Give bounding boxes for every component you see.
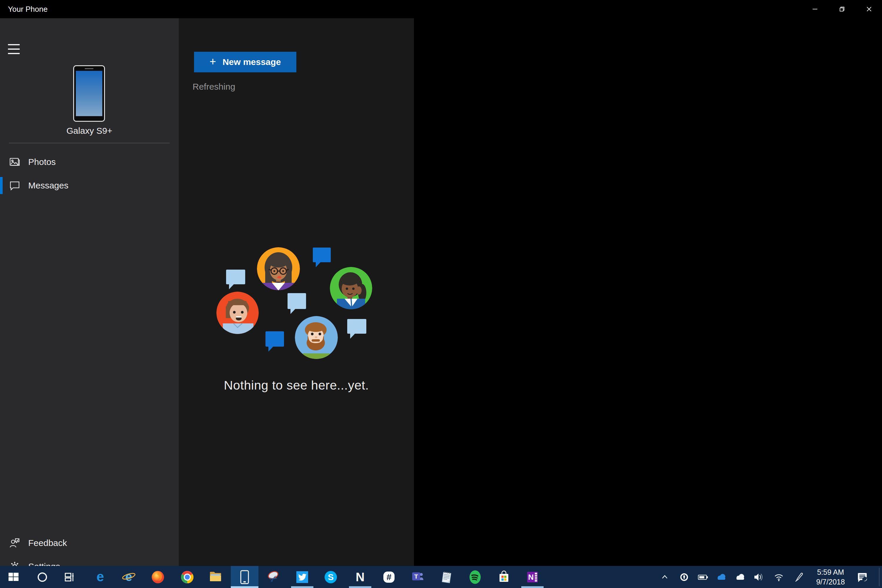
start-button[interactable] — [0, 566, 28, 588]
onedrive-icon — [716, 572, 727, 582]
svg-text:e: e — [125, 570, 132, 584]
taskbar-notepad[interactable] — [432, 566, 460, 588]
firefox-icon — [151, 570, 165, 584]
minimize-icon — [812, 6, 818, 12]
tray-date: 9/7/2018 — [816, 577, 844, 587]
restore-icon — [839, 6, 845, 12]
volume-icon — [753, 572, 764, 582]
close-icon — [866, 6, 872, 12]
avatar-woman-glasses — [256, 247, 300, 295]
empty-state-illustration — [206, 238, 382, 370]
show-desktop-divider[interactable] — [879, 568, 879, 586]
sidebar: Galaxy S9+ Photos Messages — [0, 18, 179, 566]
taskbar: e e — [0, 566, 882, 588]
sidebar-item-label: Feedback — [28, 538, 67, 548]
hamburger-menu-icon[interactable] — [8, 44, 20, 54]
running-underline-twitter — [291, 586, 314, 588]
avatar-woman-ponytail — [330, 267, 372, 310]
tray-onedrive-sync[interactable] — [731, 566, 749, 588]
svg-text:N: N — [528, 573, 534, 582]
taskbar-snipping-tool[interactable]: ✂ — [259, 566, 288, 588]
start-icon — [8, 571, 20, 583]
sidebar-item-feedback[interactable]: Feedback — [0, 534, 179, 552]
close-button[interactable] — [856, 0, 882, 18]
pen-icon — [794, 572, 804, 582]
tray-chevron-icon — [660, 573, 669, 582]
running-underline-onenote — [521, 586, 544, 588]
task-view-icon — [63, 571, 76, 584]
avatar-bearded-man — [295, 316, 338, 360]
internet-explorer-icon: e — [122, 570, 136, 584]
conversation-pane — [414, 18, 882, 566]
tray-battery[interactable] — [694, 566, 712, 588]
action-center-icon — [856, 571, 868, 583]
action-center-button[interactable] — [853, 566, 872, 588]
taskbar-netflix[interactable]: N — [346, 566, 374, 588]
taskbar-chrome[interactable] — [173, 566, 201, 588]
teams-icon: T — [411, 570, 425, 584]
restore-button[interactable] — [829, 0, 855, 18]
speech-bubble-light — [347, 319, 366, 339]
messages-icon — [9, 180, 21, 191]
svg-text:N: N — [356, 570, 364, 584]
tray-chevron-button[interactable] — [656, 566, 674, 588]
svg-text:S: S — [328, 572, 334, 582]
cortana-icon — [36, 571, 49, 584]
your-phone-icon — [237, 570, 252, 584]
empty-state-text: Nothing to see here...yet. — [179, 378, 414, 393]
onedrive-sync-icon — [735, 572, 746, 582]
taskbar-twitter[interactable] — [288, 566, 316, 588]
taskbar-clock[interactable]: 5:59 AM 9/7/2018 — [806, 566, 855, 588]
taskbar-teams[interactable]: T — [404, 566, 432, 588]
cortana-button[interactable] — [28, 566, 57, 588]
svg-text:e: e — [96, 570, 104, 584]
taskbar-skype[interactable]: S — [316, 566, 345, 588]
taskbar-spotify[interactable] — [461, 566, 489, 588]
taskbar-onenote[interactable]: N — [518, 566, 546, 588]
microsoft-store-icon — [497, 570, 511, 584]
phone-screen — [76, 71, 102, 116]
snipping-tool-icon: ✂ — [266, 570, 280, 584]
feedback-icon — [9, 537, 21, 549]
sidebar-item-label: Messages — [28, 180, 69, 190]
taskbar-internet-explorer[interactable]: e — [115, 566, 143, 588]
tray-onepassword[interactable] — [675, 566, 693, 588]
onenote-icon: N — [525, 570, 540, 584]
running-underline-your-phone — [231, 586, 258, 588]
task-view-button[interactable] — [56, 566, 84, 588]
onepassword-icon — [680, 572, 689, 582]
taskbar-your-phone[interactable] — [231, 566, 259, 588]
phone-speaker — [85, 68, 93, 69]
new-message-label: New message — [222, 57, 281, 67]
tray-wifi[interactable] — [770, 566, 788, 588]
sidebar-divider — [9, 143, 170, 143]
edge-icon: e — [93, 570, 107, 584]
new-message-button[interactable]: + New message — [194, 52, 296, 72]
taskbar-microsoft-store[interactable] — [490, 566, 518, 588]
taskbar-firefox[interactable] — [144, 566, 172, 588]
speech-bubble-light — [226, 270, 245, 289]
your-phone-app-window: Your Phone Galaxy S9+ Photos — [0, 0, 882, 588]
spotify-icon — [468, 570, 482, 584]
notepad-icon — [439, 570, 453, 584]
skype-icon: S — [324, 570, 338, 584]
tray-volume[interactable] — [750, 566, 768, 588]
taskbar-edge[interactable]: e — [86, 566, 114, 588]
sidebar-item-photos[interactable]: Photos — [0, 153, 179, 171]
photos-icon — [9, 156, 21, 168]
minimize-button[interactable] — [802, 0, 828, 18]
avatar-boy — [216, 292, 259, 335]
sidebar-item-messages[interactable]: Messages — [0, 177, 179, 194]
sidebar-item-label: Photos — [28, 157, 56, 167]
wifi-icon — [774, 572, 784, 582]
tray-time: 5:59 AM — [817, 567, 844, 577]
taskbar-file-explorer[interactable] — [201, 566, 230, 588]
window-title: Your Phone — [8, 0, 48, 18]
netflix-icon: N — [353, 570, 367, 584]
hashtag-app-icon: # — [382, 570, 396, 584]
speech-bubble-dark — [313, 248, 331, 267]
taskbar-hashtag-app[interactable]: # — [375, 566, 403, 588]
file-explorer-icon — [208, 570, 222, 584]
tray-onedrive[interactable] — [712, 566, 730, 588]
device-name: Galaxy S9+ — [0, 126, 179, 136]
